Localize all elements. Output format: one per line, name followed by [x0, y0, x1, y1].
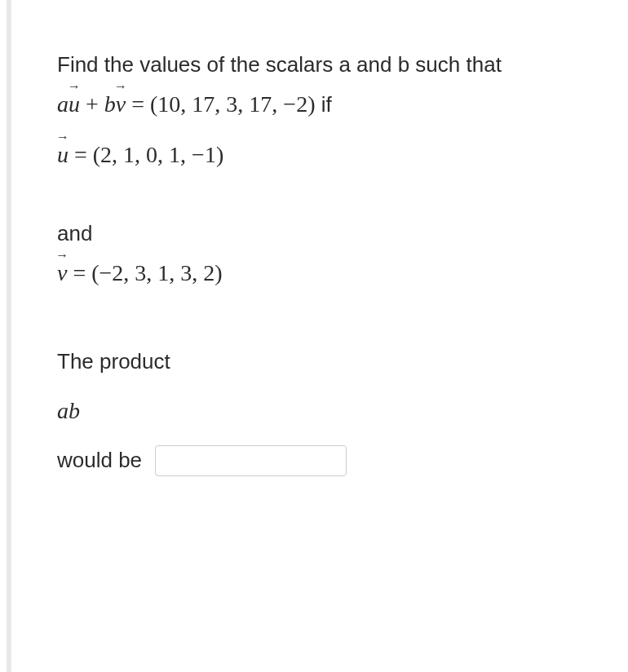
v-definition: v = (−2, 3, 1, 3, 2)	[57, 256, 579, 290]
vector-v-symbol-def: v	[57, 256, 67, 290]
vector-v-symbol: v	[116, 87, 126, 122]
left-accent-bar	[7, 0, 11, 672]
would-be-label: would be	[57, 444, 142, 476]
answer-row: would be	[57, 444, 579, 476]
vector-u-symbol: u	[69, 87, 80, 122]
if-text: if	[315, 92, 331, 117]
u-equals: =	[69, 142, 93, 167]
plus-op: +	[80, 91, 104, 117]
question-content: Find the values of the scalars a and b s…	[0, 0, 628, 532]
vector-u-symbol-def: u	[57, 138, 69, 172]
result-vector: (10, 17, 3, 17, −2)	[150, 91, 315, 117]
product-label: The product	[57, 346, 579, 378]
u-value: (2, 1, 0, 1, −1)	[93, 142, 223, 167]
intro-text: Find the values of the scalars a and b s…	[57, 49, 579, 81]
u-definition: u = (2, 1, 0, 1, −1)	[57, 138, 579, 172]
equals-op: =	[126, 91, 150, 117]
scalar-a: a	[57, 91, 69, 117]
main-equation: au + bv = (10, 17, 3, 17, −2) if	[57, 87, 579, 122]
v-equals: =	[67, 260, 91, 285]
v-value: (−2, 3, 1, 3, 2)	[91, 260, 222, 285]
answer-input[interactable]	[155, 445, 347, 476]
and-text: and	[57, 218, 579, 250]
ab-expression: ab	[57, 394, 579, 428]
